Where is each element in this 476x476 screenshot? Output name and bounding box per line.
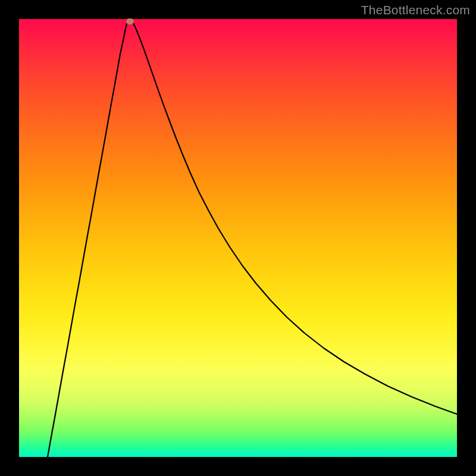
plot-area — [19, 19, 457, 457]
chart-frame: TheBottleneck.com — [0, 0, 476, 476]
bottleneck-curve — [19, 19, 457, 457]
optimum-marker — [126, 18, 134, 24]
attribution-text: TheBottleneck.com — [361, 3, 470, 17]
